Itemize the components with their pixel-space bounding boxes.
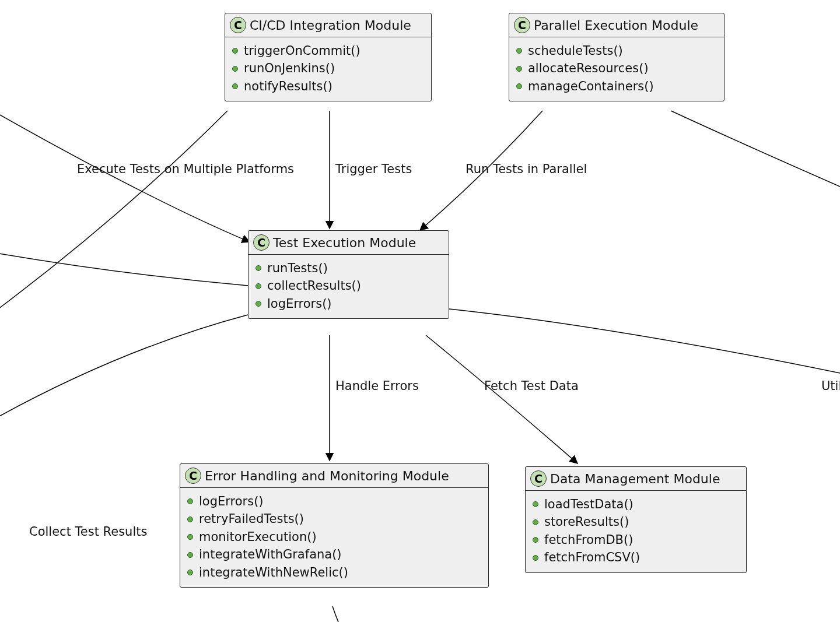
class-body: scheduleTests() allocateResources() mana… xyxy=(509,37,724,101)
class-body: runTests() collectResults() logErrors() xyxy=(249,255,449,318)
method-label: logErrors() xyxy=(199,493,264,510)
class-title: Test Execution Module xyxy=(273,236,416,250)
class-header: C Test Execution Module xyxy=(249,231,449,255)
class-header: C Error Handling and Monitoring Module xyxy=(180,464,488,488)
method-item: allocateResources() xyxy=(516,59,717,77)
edge-label-collect: Collect Test Results xyxy=(29,525,147,539)
method-label: loadTestData() xyxy=(544,496,634,513)
class-icon: C xyxy=(185,468,201,484)
visibility-dot-icon xyxy=(516,83,522,89)
method-item: retryFailedTests() xyxy=(187,510,481,528)
method-item: logErrors() xyxy=(187,493,481,510)
method-label: notifyResults() xyxy=(244,78,332,95)
edge-label-util: Util xyxy=(821,379,840,393)
class-header: C Parallel Execution Module xyxy=(509,13,724,37)
visibility-dot-icon xyxy=(187,570,193,575)
method-item: monitorExecution() xyxy=(187,528,481,546)
method-label: logErrors() xyxy=(267,295,332,312)
class-title: Parallel Execution Module xyxy=(534,18,698,33)
class-icon: C xyxy=(530,470,547,487)
class-title: Error Handling and Monitoring Module xyxy=(205,469,449,483)
edge-label-platforms: Execute Tests on Multiple Platforms xyxy=(77,162,294,176)
class-header: C Data Management Module xyxy=(526,467,746,491)
method-item: manageContainers() xyxy=(516,78,717,95)
method-label: integrateWithGrafana() xyxy=(199,546,342,563)
method-label: fetchFromDB() xyxy=(544,531,633,549)
method-label: runOnJenkins() xyxy=(244,59,335,77)
class-body: loadTestData() storeResults() fetchFromD… xyxy=(526,491,746,572)
method-item: loadTestData() xyxy=(533,496,739,513)
visibility-dot-icon xyxy=(516,48,522,54)
class-title: CI/CD Integration Module xyxy=(250,18,411,33)
edge-label-handle: Handle Errors xyxy=(335,379,419,393)
visibility-dot-icon xyxy=(187,534,193,540)
method-item: collectResults() xyxy=(256,277,442,294)
class-icon: C xyxy=(230,17,246,33)
method-label: collectResults() xyxy=(267,277,361,294)
visibility-dot-icon xyxy=(256,265,261,271)
method-label: manageContainers() xyxy=(528,78,654,95)
edge-label-parallel: Run Tests in Parallel xyxy=(466,162,587,176)
visibility-dot-icon xyxy=(232,48,238,54)
method-item: runOnJenkins() xyxy=(232,59,424,77)
class-body: logErrors() retryFailedTests() monitorEx… xyxy=(180,488,488,587)
visibility-dot-icon xyxy=(232,66,238,72)
method-label: triggerOnCommit() xyxy=(244,42,360,59)
method-label: allocateResources() xyxy=(528,59,649,77)
edge-label-trigger: Trigger Tests xyxy=(335,162,412,176)
method-item: scheduleTests() xyxy=(516,42,717,59)
visibility-dot-icon xyxy=(533,537,538,543)
class-error-handling-module: C Error Handling and Monitoring Module l… xyxy=(180,463,489,588)
method-label: fetchFromCSV() xyxy=(544,549,640,566)
visibility-dot-icon xyxy=(187,552,193,558)
class-icon: C xyxy=(253,234,270,251)
class-body: triggerOnCommit() runOnJenkins() notifyR… xyxy=(225,37,431,101)
visibility-dot-icon xyxy=(187,516,193,522)
method-item: integrateWithNewRelic() xyxy=(187,564,481,581)
class-title: Data Management Module xyxy=(550,472,720,486)
method-item: triggerOnCommit() xyxy=(232,42,424,59)
class-icon: C xyxy=(514,17,530,33)
visibility-dot-icon xyxy=(516,66,522,72)
class-cicd-integration-module: C CI/CD Integration Module triggerOnComm… xyxy=(225,13,432,101)
method-item: fetchFromDB() xyxy=(533,531,739,549)
method-item: notifyResults() xyxy=(232,78,424,95)
edge-label-fetch: Fetch Test Data xyxy=(484,379,579,393)
method-label: storeResults() xyxy=(544,513,629,530)
class-data-management-module: C Data Management Module loadTestData() … xyxy=(525,466,747,573)
method-label: scheduleTests() xyxy=(528,42,623,59)
method-label: runTests() xyxy=(267,259,328,277)
method-item: integrateWithGrafana() xyxy=(187,546,481,563)
class-parallel-execution-module: C Parallel Execution Module scheduleTest… xyxy=(509,13,724,101)
visibility-dot-icon xyxy=(533,501,538,507)
visibility-dot-icon xyxy=(533,555,538,561)
visibility-dot-icon xyxy=(232,83,238,89)
class-test-execution-module: C Test Execution Module runTests() colle… xyxy=(248,230,449,319)
method-label: integrateWithNewRelic() xyxy=(199,564,348,581)
method-item: logErrors() xyxy=(256,295,442,312)
visibility-dot-icon xyxy=(256,301,261,307)
class-header: C CI/CD Integration Module xyxy=(225,13,431,37)
visibility-dot-icon xyxy=(533,519,538,525)
method-label: retryFailedTests() xyxy=(199,510,304,528)
visibility-dot-icon xyxy=(187,498,193,504)
visibility-dot-icon xyxy=(256,283,261,289)
method-item: runTests() xyxy=(256,259,442,277)
method-item: fetchFromCSV() xyxy=(533,549,739,566)
method-label: monitorExecution() xyxy=(199,528,317,546)
method-item: storeResults() xyxy=(533,513,739,530)
